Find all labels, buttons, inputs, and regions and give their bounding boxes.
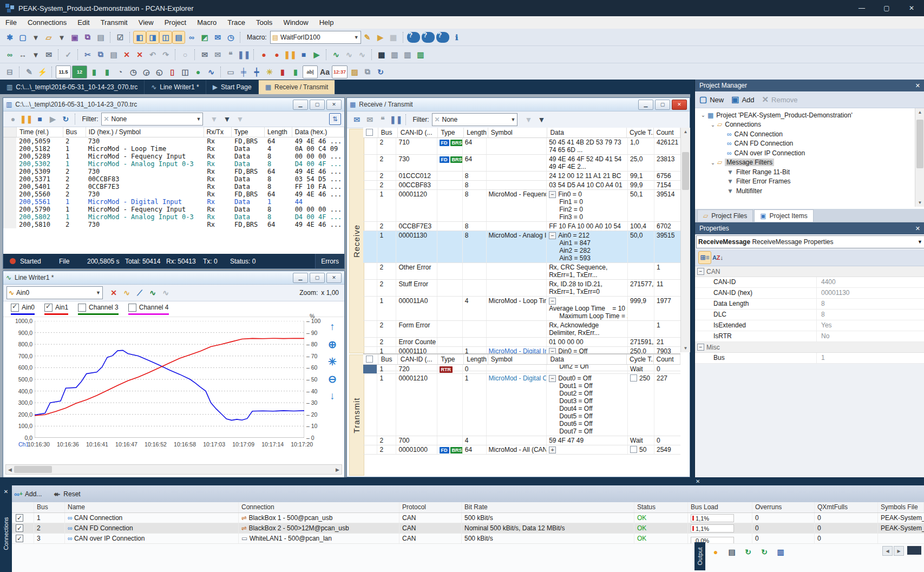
tree-item-can-over-ip-connection[interactable]: ∞CAN over IP Connection bbox=[695, 148, 924, 158]
receive-row[interactable]: 2Form ErrorRx, Acknowledge Delimiter, Rx… bbox=[363, 321, 680, 338]
doc-tab-c-temp-2016-05-31-10-14-23-070-trc[interactable]: ▥C:\...\_temp\2016-05-31_10-14-23_070.tr… bbox=[0, 80, 145, 94]
macro-select[interactable]: ▤WaitForID100▼ bbox=[270, 31, 361, 44]
xy-writer-icon[interactable]: ∿ bbox=[356, 49, 368, 61]
menu-trace[interactable]: Trace bbox=[222, 17, 251, 28]
macro-run-icon[interactable]: ▶ bbox=[375, 31, 386, 43]
alphabetical-sort-icon[interactable]: AZ↓ bbox=[712, 252, 724, 264]
legend-checkbox[interactable] bbox=[11, 304, 19, 312]
receive-transmit-titlebar[interactable]: ▦ Receive / Transmit ▁ ▢ ✕ bbox=[347, 98, 690, 111]
scope-display-icon[interactable]: ∿ bbox=[205, 66, 217, 78]
macro-wizard-icon[interactable]: ✱ bbox=[4, 31, 16, 43]
trace-table-header[interactable]: Time (rel.)BusID (hex.) / SymbolRx/TxTyp… bbox=[3, 127, 344, 137]
transmit-row[interactable]: 2700459 4F 47 49Wait0 bbox=[363, 436, 680, 445]
receive-row[interactable]: 2Other ErrorRx, CRC Sequence, RxErr=1, T… bbox=[363, 263, 680, 280]
rt-col-length[interactable]: Length bbox=[464, 354, 488, 364]
tree-scroll-down-icon[interactable]: ▼ bbox=[918, 199, 922, 207]
property-row[interactable]: IsRTRNo bbox=[695, 331, 924, 342]
trace-stop-icon[interactable]: ■ bbox=[34, 113, 45, 125]
rt-minimize-button[interactable]: ▁ bbox=[638, 100, 653, 110]
slider-vertical-icon[interactable]: ╪ bbox=[238, 66, 250, 78]
conn-col-qxmtfulls[interactable]: QXmtFulls bbox=[815, 502, 878, 512]
channel-select[interactable]: ∿ Ain0 ▼ bbox=[6, 286, 103, 299]
print-icon[interactable]: ▤ bbox=[95, 31, 107, 43]
add-connection-icon[interactable]: ∞+ bbox=[12, 488, 24, 500]
trace-close-button[interactable]: ✕ bbox=[326, 100, 342, 110]
paste-icon[interactable]: ▤ bbox=[108, 49, 120, 61]
transmit-row[interactable]: 1720RTR0Wait0 bbox=[363, 365, 680, 374]
panel-align-2-icon[interactable]: ▥ bbox=[402, 49, 414, 61]
filter-edit-icon[interactable]: ▼ bbox=[234, 113, 246, 125]
doc-tab-line-writer1-[interactable]: ∿Line Writer1 * bbox=[145, 80, 206, 94]
trace-record-icon[interactable]: ● bbox=[7, 113, 19, 125]
property-row[interactable]: CAN-ID4400 bbox=[695, 277, 924, 288]
receive-row[interactable]: 1000011308MicroMod - Analog In...−Ain0 =… bbox=[363, 231, 680, 263]
receive-row[interactable]: 2710FDBRS6450 45 41 4B 2D 53 79 73 74 65… bbox=[363, 138, 680, 155]
macro-activity-2-icon[interactable]: ↻ bbox=[758, 546, 770, 558]
edit-transmit-message-icon[interactable]: ✉ bbox=[364, 114, 376, 126]
line-writer-minimize-button[interactable]: ▁ bbox=[293, 273, 308, 283]
macro-stop-icon[interactable]: ▦ bbox=[388, 31, 399, 43]
expand-icon[interactable]: + bbox=[549, 446, 556, 453]
curve-style-icon[interactable]: ∿ bbox=[121, 287, 133, 299]
receive-row[interactable]: 1000011A04MicroMod - Loop Time−Average L… bbox=[363, 297, 680, 321]
disconnect-icon[interactable]: ↔ bbox=[17, 49, 29, 61]
open-file-dropdown-icon[interactable]: ▾ bbox=[56, 31, 68, 43]
receive-section-tab[interactable]: Receive bbox=[349, 129, 364, 353]
reset-connection-icon[interactable]: ↞ bbox=[51, 488, 63, 500]
output-list-icon[interactable]: ▤ bbox=[726, 546, 738, 558]
notifications-icon[interactable]: ● bbox=[710, 546, 722, 558]
rt-col-symbol[interactable]: Symbol bbox=[488, 354, 548, 364]
indicator-green-icon[interactable]: ▮ bbox=[290, 66, 302, 78]
line-writer-maximize-button[interactable]: ▢ bbox=[310, 273, 325, 283]
edit-message-icon[interactable]: ✉ bbox=[212, 49, 224, 61]
rt-col-symbol[interactable]: Symbol bbox=[488, 128, 548, 137]
macro-activity-1-icon[interactable]: ↻ bbox=[742, 546, 754, 558]
save-all-icon[interactable]: ⧉ bbox=[82, 31, 94, 43]
rt-col-select[interactable] bbox=[363, 354, 378, 364]
filter-new-icon[interactable]: ▼ bbox=[535, 114, 547, 126]
conn-col-symbols-file[interactable]: Symbols File bbox=[878, 502, 924, 512]
collapse-icon[interactable]: − bbox=[549, 191, 556, 198]
trace-play-icon[interactable]: ▶ bbox=[47, 113, 58, 125]
properties-grid[interactable]: −CANCAN-ID4400CAN-ID (hex)00001130Data L… bbox=[695, 266, 924, 364]
resize-grip[interactable] bbox=[907, 546, 921, 555]
tree-item-can-fd-connection[interactable]: ∞CAN FD Connection bbox=[695, 139, 924, 149]
tree-item-filter-range-11-bit[interactable]: ▼Filter Range 11-Bit bbox=[695, 167, 924, 177]
chevron-down-icon[interactable]: ⌄ bbox=[699, 112, 707, 118]
rotate-control-icon[interactable]: ↻ bbox=[375, 66, 386, 78]
plotter-icon[interactable]: ∿ bbox=[343, 49, 355, 61]
trace-row[interactable]: 200,53092730RxFD,BRS6449 4E 46 ... bbox=[3, 168, 344, 175]
line-chart[interactable] bbox=[35, 321, 304, 438]
receive-scrollbar-thumb[interactable] bbox=[682, 152, 689, 190]
connect-icon[interactable]: ∞ bbox=[4, 49, 16, 61]
rt-maximize-button[interactable]: ▢ bbox=[655, 100, 670, 110]
property-row[interactable]: Bus1 bbox=[695, 353, 924, 364]
trace-maximize-button[interactable]: ▢ bbox=[310, 100, 325, 110]
conn-col-name[interactable]: Name bbox=[65, 502, 239, 512]
legend-checkbox[interactable] bbox=[44, 304, 53, 312]
maximize-button[interactable]: ▢ bbox=[874, 0, 899, 16]
doc-tab-receive-transmit[interactable]: ▦Receive / Transmit bbox=[259, 80, 336, 94]
redo-icon[interactable]: ↷ bbox=[160, 49, 172, 61]
trace-col-2[interactable]: ID (hex.) / Symbol bbox=[86, 127, 204, 137]
new-file-icon[interactable]: ▢ bbox=[17, 31, 29, 43]
transmit-table[interactable]: BusCAN-ID (...TypeLengthSymbolDataCycle … bbox=[363, 353, 680, 455]
menu-project[interactable]: Project bbox=[159, 17, 192, 28]
tab-project-files[interactable]: ▱Project Files bbox=[697, 209, 753, 222]
undo-icon[interactable]: ↶ bbox=[147, 49, 159, 61]
new-button[interactable]: ▢New bbox=[699, 95, 724, 104]
chevron-down-icon[interactable]: ⌄ bbox=[709, 122, 717, 128]
cut-icon[interactable]: ✂ bbox=[82, 49, 94, 61]
tree-item-filter-error-frames[interactable]: ▼Filter Error Frames bbox=[695, 177, 924, 187]
dock-scroll-left-icon[interactable]: ◀ bbox=[882, 546, 893, 556]
rt-col-bus[interactable]: Bus bbox=[378, 354, 398, 364]
property-category[interactable]: −Misc bbox=[695, 342, 924, 353]
conn-col-protocol[interactable]: Protocol bbox=[399, 502, 462, 512]
scroll-left-icon[interactable]: ◀ bbox=[6, 467, 14, 472]
record-icon[interactable]: ● bbox=[271, 49, 283, 61]
transmit-row[interactable]: 200001000FDBRS64MicroMod - All (CAN ...+… bbox=[363, 445, 680, 455]
rt-col-bus[interactable]: Bus bbox=[378, 128, 398, 137]
collapse-icon[interactable]: − bbox=[697, 344, 704, 351]
filter-new-icon[interactable]: ▼ bbox=[221, 113, 233, 125]
project-manager-close-icon[interactable]: ✕ bbox=[915, 82, 920, 89]
